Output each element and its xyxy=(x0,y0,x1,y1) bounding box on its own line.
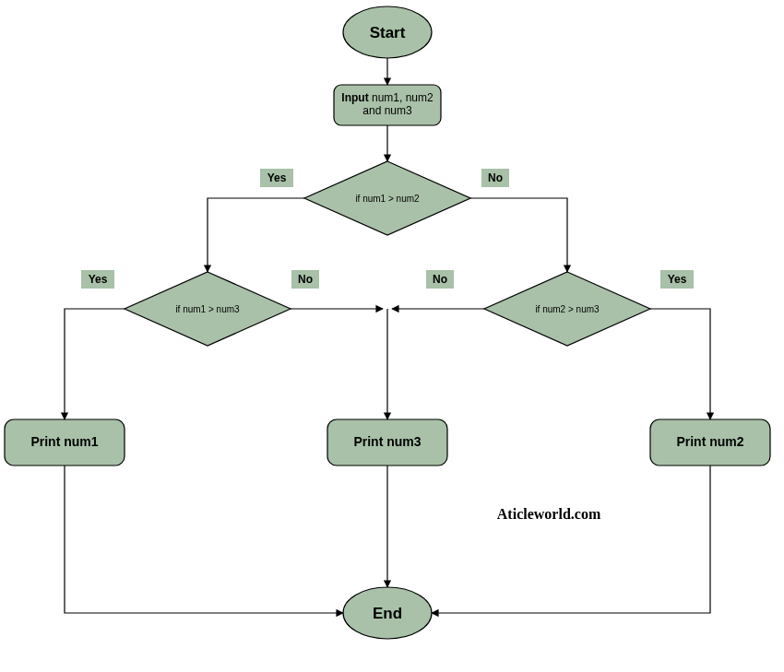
decision2-label: if num1 > num3 xyxy=(175,304,240,314)
edge-dec1-no xyxy=(470,198,567,272)
print1-label: Print num1 xyxy=(30,434,98,449)
watermark-text: Aticleworld.com xyxy=(497,506,601,522)
edge-print1-end xyxy=(65,466,343,613)
dec2-no-label: No xyxy=(298,273,313,286)
dec3-yes-label: Yes xyxy=(668,273,687,286)
flowchart-canvas: Start Input num1, num2 and num3 if num1 … xyxy=(0,0,784,672)
print3-label: Print num3 xyxy=(353,434,421,449)
edge-dec1-yes xyxy=(208,198,304,272)
edge-dec3-yes xyxy=(650,309,710,419)
decision1-label: if num1 > num2 xyxy=(355,194,420,204)
start-label: Start xyxy=(370,24,406,41)
edge-dec2-yes xyxy=(65,309,125,419)
dec1-no-label: No xyxy=(488,171,503,184)
input-line2: and num3 xyxy=(362,104,412,117)
dec3-no-label: No xyxy=(433,273,447,286)
dec2-yes-label: Yes xyxy=(89,273,108,286)
input-bold: Input xyxy=(341,91,368,104)
decision3-label: if num2 > num3 xyxy=(535,304,600,314)
input-rest: num1, num2 xyxy=(369,91,434,104)
print2-label: Print num2 xyxy=(676,434,743,449)
end-label: End xyxy=(373,605,402,622)
dec1-yes-label: Yes xyxy=(267,171,287,184)
edge-print2-end xyxy=(432,466,710,613)
input-line1: Input num1, num2 xyxy=(341,91,434,104)
